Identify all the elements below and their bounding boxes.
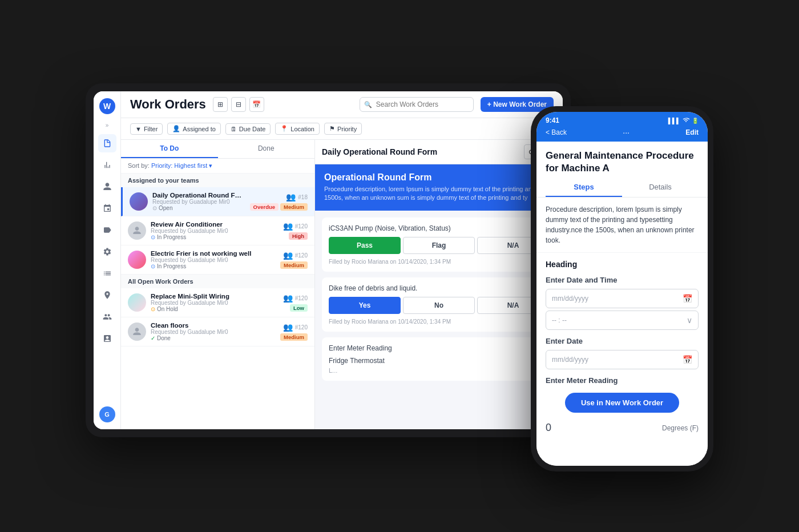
filter-chip-priority[interactable]: ⚑ Priority: [324, 123, 362, 135]
wo-requested: Requested by Guadalupe Mir0: [151, 300, 279, 306]
assign-icon: 👥: [283, 293, 293, 303]
search-bar: 🔍: [360, 97, 474, 112]
sidebar-item-tags[interactable]: [98, 221, 116, 239]
use-btn-bar: Use in New Work Order: [536, 387, 708, 418]
tab-todo[interactable]: To Do: [121, 140, 218, 158]
sidebar-item-location[interactable]: [98, 286, 116, 304]
view-kanban-btn[interactable]: ⊞: [213, 97, 228, 112]
filter-chip-duedate[interactable]: 🗓 Due Date: [225, 123, 271, 135]
phone-nav: < Back ··· Edit: [546, 128, 699, 142]
wo-info: Review Air Conditioner Requested by Guad…: [151, 221, 279, 240]
flag-button[interactable]: Flag: [403, 237, 475, 254]
fridge-label: Fridge Thermostat: [329, 357, 549, 365]
tablet: W »: [86, 83, 571, 437]
wo-info: Clean floors Requested by Guadalupe Mir0…: [151, 322, 276, 341]
page-title: Work Orders: [130, 97, 206, 112]
phone-date2-input[interactable]: mm/dd/yyyy 📅: [546, 350, 699, 369]
wo-number: #120: [295, 223, 308, 229]
form-top-bar: Daily Operational Round Form ⊙ ⋯: [315, 140, 563, 164]
filled-by-text: Filled by Rocio Mariana on 10/14/2020, 1…: [329, 259, 549, 265]
meter-label: Enter Meter Reading: [329, 344, 549, 352]
assign-icon: 👥: [283, 251, 293, 260]
phone-date-input[interactable]: mm/dd/yyyy 📅: [546, 289, 699, 308]
sidebar-item-org[interactable]: [98, 199, 116, 217]
wo-info: Electric Frier is not working well Reque…: [151, 250, 276, 269]
form-panel-title: Daily Operational Round Form: [322, 147, 437, 156]
all-open-section-label: All Open Work Orders: [121, 275, 314, 288]
tab-done[interactable]: Done: [218, 140, 315, 158]
scene: W »: [86, 61, 713, 471]
calendar-icon: 📅: [683, 294, 692, 303]
list-item[interactable]: Daily Operational Round Form Requested b…: [121, 187, 314, 216]
filter-icon: ▼: [135, 126, 142, 132]
wo-list-panel: To Do Done Sort by: Priority: Highest fi…: [121, 140, 315, 429]
filter-chip-assigned[interactable]: 👤 Assigned to: [167, 123, 220, 135]
sidebar-item-list[interactable]: [98, 264, 116, 283]
sidebar-item-settings[interactable]: [98, 243, 116, 261]
yes-button[interactable]: Yes: [329, 297, 401, 314]
priority-badge: Medium: [280, 203, 308, 211]
phone: 9:41 ▌▌▌ 🔋 < Back ··· Edit: [531, 106, 713, 471]
wo-meta: 👥 #120 Medium: [280, 251, 308, 269]
phone-time: 9:41: [546, 116, 559, 124]
wo-title: Replace Mini-Split Wiring: [151, 293, 279, 300]
status-badge: Overdue: [250, 203, 279, 211]
phone-date-time-label: Enter Date and Time: [536, 271, 708, 287]
avatar: [128, 323, 146, 341]
list-item[interactable]: Electric Frier is not working well Reque…: [121, 245, 314, 275]
search-input[interactable]: [360, 97, 474, 112]
list-item[interactable]: Clean floors Requested by Guadalupe Mir0…: [121, 317, 314, 346]
form-header-bar: Operational Round Form Procedure descrip…: [315, 164, 563, 211]
app-logo: W: [99, 98, 115, 114]
phone-content: General Maintenance Procedure for Machin…: [536, 142, 708, 466]
phone-tab-details[interactable]: Details: [622, 178, 699, 197]
avatar: [128, 221, 146, 240]
wo-meta: 👥 #120 High: [283, 221, 308, 240]
view-calendar-btn[interactable]: 📅: [249, 97, 264, 112]
assign-icon: 👥: [286, 192, 296, 201]
wo-requested: Requested by Guadalupe Mir0: [151, 257, 276, 263]
meter-value: 0: [546, 422, 551, 434]
phone-date-label: Enter Date: [536, 332, 708, 348]
sidebar-item-reports[interactable]: [98, 329, 116, 348]
sidebar-item-users[interactable]: [98, 178, 116, 196]
pass-button[interactable]: Pass: [329, 237, 401, 254]
no-button[interactable]: No: [403, 297, 475, 314]
form-section-passfail: iCS3AN Pump (Noise, Vibration, Status) P…: [322, 217, 556, 272]
wo-info: Daily Operational Round Form Requested b…: [152, 192, 245, 211]
chevron-down-icon: ∨: [687, 316, 692, 325]
form-header-desc: Procedure description, lorem Ipsum is si…: [324, 185, 554, 203]
wo-requested: Requested by Guadalupe Mir0: [151, 228, 279, 234]
date2-placeholder: mm/dd/yyyy: [552, 356, 588, 364]
phone-edit-button[interactable]: Edit: [685, 128, 699, 136]
sidebar-item-analytics[interactable]: [98, 156, 116, 174]
list-item[interactable]: Replace Mini-Split Wiring Requested by G…: [121, 288, 314, 317]
filter-chip-filter[interactable]: ▼ Filter: [130, 123, 163, 135]
sidebar-item-team[interactable]: [98, 308, 116, 326]
list-item[interactable]: Review Air Conditioner Requested by Guad…: [121, 216, 314, 245]
phone-back-button[interactable]: < Back: [546, 128, 567, 136]
use-in-new-wo-button[interactable]: Use in New Work Order: [565, 393, 679, 413]
wo-status: ✓ Done: [151, 335, 276, 341]
form-content: iCS3AN Pump (Noise, Vibration, Status) P…: [315, 211, 563, 393]
dike-label: Dike free of debris and liquid.: [329, 284, 549, 292]
phone-tab-steps[interactable]: Steps: [546, 178, 622, 197]
user-avatar[interactable]: G: [99, 406, 115, 422]
filter-chip-location[interactable]: 📍 Location: [275, 123, 320, 135]
sort-value[interactable]: Priority: Highest first ▾: [151, 162, 212, 169]
phone-time-select[interactable]: -- : -- ∨: [546, 311, 699, 330]
phone-heading: Heading: [536, 253, 708, 271]
wo-title: Clean floors: [151, 322, 276, 329]
sidebar-item-workorders[interactable]: [98, 134, 116, 152]
calendar2-icon: 📅: [683, 355, 692, 364]
wo-status: ⊙ In Progress: [151, 234, 279, 240]
wo-title: Review Air Conditioner: [151, 221, 279, 228]
tablet-screen: W »: [94, 91, 563, 429]
phone-dots-menu[interactable]: ···: [623, 128, 629, 137]
location-label: Location: [290, 126, 314, 132]
wo-status: ⊙ On Hold: [151, 306, 279, 312]
wo-info: Replace Mini-Split Wiring Requested by G…: [151, 293, 279, 312]
priority-badge: Low: [290, 304, 308, 312]
view-table-btn[interactable]: ⊟: [231, 97, 246, 112]
duedate-label: Due Date: [239, 126, 265, 132]
